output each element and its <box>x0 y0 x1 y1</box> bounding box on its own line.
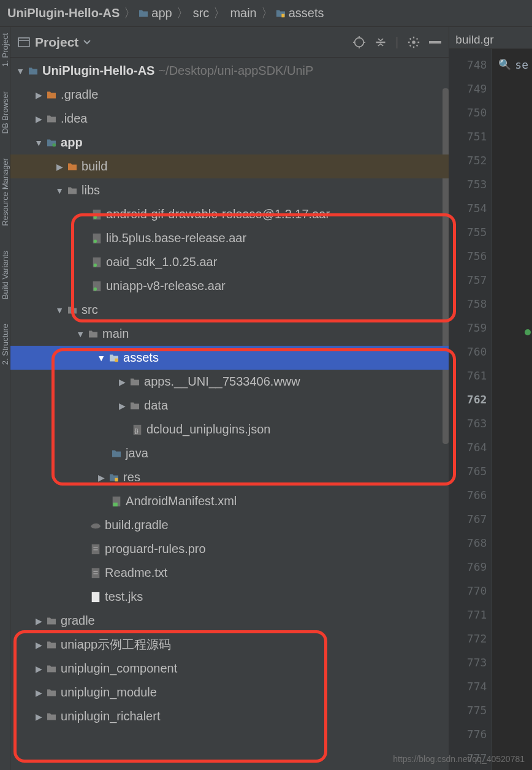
tree-label: data <box>142 398 168 413</box>
tree-file-aar[interactable]: uniapp-v8-release.aar <box>10 274 449 298</box>
sidebar-item-build[interactable]: Build Variants <box>1 251 10 299</box>
search-icon[interactable]: 🔍 <box>498 53 511 77</box>
tree-label: UniPlugin-Hello-AS <box>40 64 154 78</box>
tree-folder-res[interactable]: ▶ res <box>10 465 449 489</box>
breadcrumb-assets[interactable]: assets <box>286 6 327 20</box>
aar-icon <box>90 209 104 220</box>
tree-folder-data[interactable]: ▶ data <box>10 394 449 417</box>
tree-folder-uniplugin-richalert[interactable]: ▶ uniplugin_richalert <box>10 704 449 728</box>
breadcrumb-sep: 〉 <box>122 5 138 21</box>
tree-folder-uniplugin-module[interactable]: ▶ uniplugin_module <box>10 680 449 704</box>
tree-root[interactable]: ▼ UniPlugin-Hello-AS ~/Desktop/uni-appSD… <box>10 59 449 83</box>
tree-folder-main[interactable]: ▼ main <box>10 322 449 346</box>
expand-arrow-icon[interactable]: ▼ <box>53 186 66 196</box>
tree-folder-libs[interactable]: ▼ libs <box>10 178 449 202</box>
tree-label: test.jks <box>102 590 143 604</box>
tree-path-hint: ~/Desktop/uni-appSDK/UniP <box>154 64 313 78</box>
breadcrumb-root[interactable]: UniPlugin-Hello-AS <box>5 6 122 20</box>
tree-file-build-gradle[interactable]: build.gradle <box>10 513 449 537</box>
gutter-line: 760 <box>449 340 487 364</box>
breadcrumb-src[interactable]: src <box>191 6 212 20</box>
expand-arrow-icon[interactable]: ▶ <box>116 401 128 411</box>
tree-folder-app[interactable]: ▼ app <box>10 131 449 154</box>
tree-folder-gradle[interactable]: ▶ .gradle <box>10 83 449 107</box>
gutter-line: 772 <box>449 627 487 650</box>
editor-content[interactable]: 🔍 se <box>492 49 532 770</box>
folder-icon <box>66 306 79 314</box>
expand-arrow-icon[interactable]: ▼ <box>14 66 26 76</box>
expand-arrow-icon[interactable]: ▶ <box>32 712 45 722</box>
gradle-icon <box>89 520 102 530</box>
tree-file-testjks[interactable]: test.jks <box>10 585 449 609</box>
gutter-line: 770 <box>449 579 487 603</box>
editor-tab[interactable]: build.gr <box>449 27 532 49</box>
tree-file-aar[interactable]: oaid_sdk_1.0.25.aar <box>10 250 449 274</box>
gutter-line: 771 <box>449 603 487 627</box>
tree-folder-idea[interactable]: ▶ .idea <box>10 107 449 131</box>
expand-arrow-icon[interactable]: ▼ <box>53 305 66 315</box>
expand-arrow-icon[interactable]: ▼ <box>32 138 45 148</box>
expand-arrow-icon[interactable]: ▶ <box>32 688 45 698</box>
sidebar-item-db[interactable]: DB Browser <box>1 91 10 134</box>
project-tree[interactable]: ▼ UniPlugin-Hello-AS ~/Desktop/uni-appSD… <box>10 58 449 770</box>
expand-arrow-icon[interactable]: ▶ <box>32 616 45 626</box>
tree-label: uniplugin_richalert <box>58 709 160 723</box>
tree-folder-uniplugin-component[interactable]: ▶ uniplugin_component <box>10 657 449 680</box>
expand-arrow-icon[interactable]: ▶ <box>32 664 45 674</box>
tree-label: Readme.txt <box>102 566 167 580</box>
sidebar-item-project[interactable]: 1. Project <box>1 33 10 67</box>
tree-file-dcloud-json[interactable]: {} dcloud_uniplugins.json <box>10 417 449 441</box>
tree-file-manifest[interactable]: AndroidManifest.xml <box>10 489 449 513</box>
tree-folder-src[interactable]: ▼ src <box>10 298 449 322</box>
gutter-line: 765 <box>449 459 487 483</box>
json-icon: {} <box>131 424 144 435</box>
tree-label: java <box>123 446 148 460</box>
tree-label: app <box>58 135 83 150</box>
tree-folder-assets[interactable]: ▼ assets <box>10 346 449 370</box>
sidebar-item-resource[interactable]: Resource Manager <box>1 158 10 226</box>
expand-arrow-icon[interactable]: ▼ <box>74 329 86 339</box>
tree-file-aar[interactable]: android-gif-drawable-release@1.2.17.aar <box>10 202 449 226</box>
file-icon <box>89 544 102 555</box>
breadcrumb-main[interactable]: main <box>227 6 259 20</box>
tree-folder-gradle-root[interactable]: ▶ gradle <box>10 609 449 633</box>
tree-folder-java[interactable]: java <box>10 441 449 465</box>
tree-label: .idea <box>58 112 87 126</box>
gutter-line: 776 <box>449 722 487 746</box>
gutter-line: 761 <box>449 364 487 387</box>
expand-arrow-icon[interactable]: ▶ <box>32 114 45 124</box>
tree-file-aar[interactable]: lib.5plus.base-release.aar <box>10 226 449 250</box>
expand-arrow-icon[interactable]: ▶ <box>32 90 45 100</box>
svg-point-15 <box>94 239 97 242</box>
tree-label: lib.5plus.base-release.aar <box>104 231 246 245</box>
expand-arrow-icon[interactable]: ▶ <box>32 640 45 650</box>
gutter-line: 764 <box>449 435 487 459</box>
breadcrumb[interactable]: UniPlugin-Hello-AS 〉 app 〉 src 〉 main 〉 … <box>0 0 532 27</box>
breadcrumb-sep: 〉 <box>211 5 227 21</box>
gutter-indicator-icon <box>525 329 531 335</box>
svg-rect-20 <box>115 358 118 362</box>
sidebar-item-structure[interactable]: 2. Structure <box>1 324 10 365</box>
tree-folder-build[interactable]: ▶ build <box>10 154 449 178</box>
watermark: https://blog.csdn.net/qq_40520781 <box>393 754 525 764</box>
tree-file-proguard[interactable]: proguard-rules.pro <box>10 537 449 561</box>
tree-folder-uniapp-sample[interactable]: ▶ uniapp示例工程源码 <box>10 633 449 657</box>
expand-arrow-icon[interactable]: ▶ <box>116 377 128 387</box>
expand-arrow-icon[interactable]: ▶ <box>53 162 66 172</box>
editor-panel: build.gr 7487497507517527537547557567577… <box>449 27 532 770</box>
tree-folder-apps-www[interactable]: ▶ apps.__UNI__7533406.www <box>10 370 449 394</box>
gear-icon[interactable] <box>407 36 420 49</box>
breadcrumb-sep: 〉 <box>175 5 191 21</box>
breadcrumb-app[interactable]: app <box>149 6 174 20</box>
tree-file-readme[interactable]: Readme.txt <box>10 561 449 585</box>
tree-label: build.gradle <box>102 518 168 532</box>
gutter-line: 758 <box>449 292 487 316</box>
gutter-line: 750 <box>449 101 487 124</box>
chevron-down-icon[interactable] <box>83 40 91 45</box>
gutter-line: 766 <box>449 483 487 507</box>
expand-arrow-icon[interactable]: ▶ <box>95 473 107 482</box>
collapse-icon[interactable] <box>374 36 387 48</box>
expand-arrow-icon[interactable]: ▼ <box>95 353 107 363</box>
minimize-icon[interactable] <box>429 41 441 44</box>
target-icon[interactable] <box>352 36 366 49</box>
